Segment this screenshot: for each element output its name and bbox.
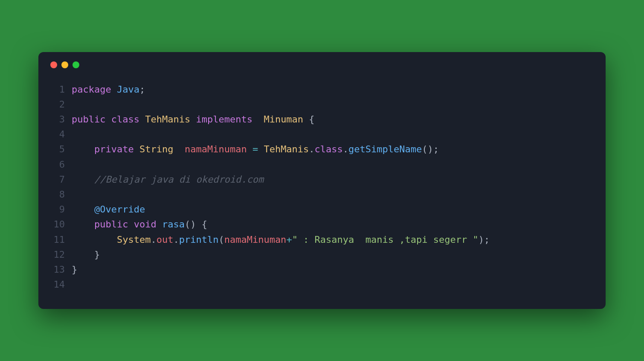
token-kw: void: [134, 219, 157, 230]
token-op: =: [252, 144, 258, 154]
token-punc: }: [72, 249, 100, 260]
line-number: 7: [50, 172, 65, 187]
minimize-icon[interactable]: [61, 61, 68, 68]
code-content: [72, 157, 77, 172]
token-plain: [72, 204, 94, 215]
code-content: [72, 277, 77, 292]
maximize-icon[interactable]: [73, 61, 79, 68]
token-punc: (: [218, 234, 224, 245]
line-number: 2: [50, 97, 65, 112]
token-ann: @Override: [94, 204, 145, 215]
token-type: println: [179, 234, 219, 245]
token-kw: public: [72, 114, 105, 125]
token-plain: [252, 114, 264, 125]
line-number: 13: [50, 262, 65, 277]
token-plain: [72, 144, 94, 154]
token-plain: [105, 114, 111, 125]
token-plain: [258, 144, 264, 154]
code-editor[interactable]: 1package Java;2 3public class TehManis i…: [38, 73, 606, 309]
line-number: 5: [50, 142, 65, 157]
token-punc: .: [309, 144, 314, 154]
code-content: private String namaMinuman = TehManis.cl…: [72, 142, 439, 157]
line-number: 10: [50, 217, 65, 232]
token-comment: //Belajar java di okedroid.com: [94, 174, 264, 185]
line-number: 12: [50, 247, 65, 262]
code-line: 7 //Belajar java di okedroid.com: [50, 172, 594, 187]
code-line: 5 private String namaMinuman = TehManis.…: [50, 142, 594, 157]
token-kw: implements: [196, 114, 252, 125]
code-content: public class TehManis implements Minuman…: [72, 112, 315, 127]
code-line: 13}: [50, 262, 594, 277]
token-plain: [190, 114, 196, 125]
token-plain: [72, 234, 117, 245]
code-content: package Java;: [72, 82, 145, 97]
token-plain: [128, 219, 133, 230]
token-punc: .: [173, 234, 179, 245]
line-number: 14: [50, 277, 65, 292]
token-plain: [134, 144, 139, 154]
token-cls: TehManis: [264, 144, 309, 154]
token-punc: );: [479, 234, 490, 245]
token-str: " : Rasanya manis ,tapi segerr ": [292, 234, 479, 245]
token-var: out: [157, 234, 174, 245]
token-punc: () {: [185, 219, 207, 230]
code-line: 14: [50, 277, 594, 292]
code-window: 1package Java;2 3public class TehManis i…: [38, 52, 606, 309]
code-line: 2: [50, 97, 594, 112]
code-line: 10 public void rasa() {: [50, 217, 594, 232]
token-plain: [72, 174, 94, 185]
code-line: 12 }: [50, 247, 594, 262]
close-icon[interactable]: [50, 61, 57, 68]
line-number: 8: [50, 187, 65, 202]
code-content: @Override: [72, 202, 145, 217]
token-type: Java: [117, 84, 139, 95]
token-kw: class: [111, 114, 139, 125]
line-number: 11: [50, 232, 65, 247]
code-content: System.out.println(namaMinuman+" : Rasan…: [72, 232, 490, 247]
code-content: }: [72, 262, 77, 277]
token-plain: [247, 144, 252, 154]
window-titlebar: [38, 52, 606, 73]
code-content: }: [72, 247, 100, 262]
token-plain: [173, 144, 185, 154]
token-plain: [139, 114, 145, 125]
code-line: 3public class TehManis implements Minuma…: [50, 112, 594, 127]
token-var: namaMinuman: [185, 144, 247, 154]
token-cls: System: [117, 234, 151, 245]
code-line: 4: [50, 127, 594, 142]
token-punc: {: [303, 114, 315, 125]
line-number: 9: [50, 202, 65, 217]
token-punc: ();: [422, 144, 439, 154]
token-punc: }: [72, 264, 77, 275]
token-kw: public: [94, 219, 128, 230]
token-type: rasa: [162, 219, 185, 230]
token-op: +: [286, 234, 292, 245]
code-line: 9 @Override: [50, 202, 594, 217]
token-cls: TehManis: [145, 114, 190, 125]
code-content: [72, 187, 77, 202]
token-type: getSimpleName: [348, 144, 422, 154]
line-number: 6: [50, 157, 65, 172]
code-line: 1package Java;: [50, 82, 594, 97]
code-content: public void rasa() {: [72, 217, 207, 232]
line-number: 4: [50, 127, 65, 142]
token-plain: [157, 219, 162, 230]
token-cls: Minuman: [264, 114, 303, 125]
token-cls: String: [139, 144, 173, 154]
token-plain: [72, 219, 94, 230]
token-kw: package: [72, 84, 111, 95]
token-plain: [111, 84, 117, 95]
line-number: 3: [50, 112, 65, 127]
code-content: [72, 97, 77, 112]
token-kw: private: [94, 144, 134, 154]
code-line: 11 System.out.println(namaMinuman+" : Ra…: [50, 232, 594, 247]
code-content: [72, 127, 77, 142]
token-kw: class: [315, 144, 343, 154]
code-content: //Belajar java di okedroid.com: [72, 172, 264, 187]
code-line: 8: [50, 187, 594, 202]
token-punc: .: [343, 144, 348, 154]
token-punc: ;: [139, 84, 145, 95]
token-punc: .: [151, 234, 156, 245]
token-var: namaMinuman: [224, 234, 287, 245]
line-number: 1: [50, 82, 65, 97]
